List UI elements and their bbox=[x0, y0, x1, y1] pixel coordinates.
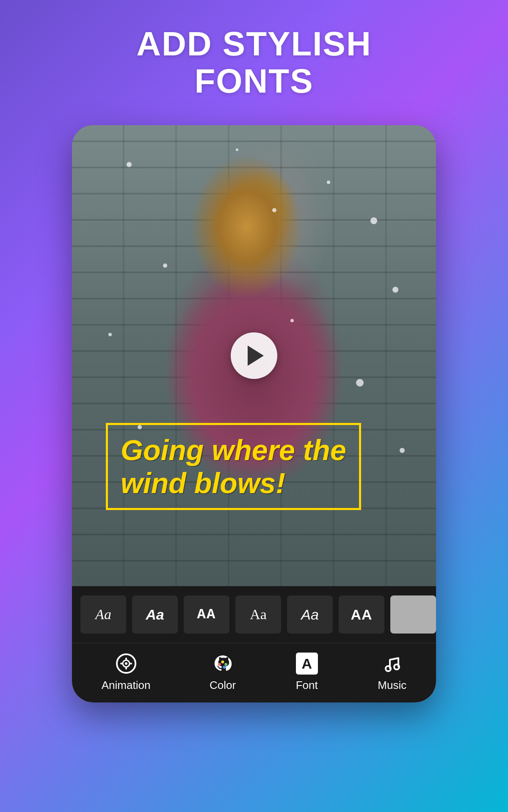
font-tile-label-3: AA bbox=[197, 606, 216, 623]
svg-point-6 bbox=[125, 662, 127, 665]
svg-point-11 bbox=[386, 666, 391, 671]
title-line1: ADD STYLISH bbox=[136, 25, 371, 63]
play-icon bbox=[248, 346, 264, 366]
svg-point-12 bbox=[394, 664, 399, 669]
play-button[interactable] bbox=[231, 332, 277, 379]
font-tile-color[interactable] bbox=[390, 595, 436, 634]
font-tile-6[interactable]: AA bbox=[339, 595, 384, 634]
nav-item-color[interactable]: Color bbox=[210, 652, 236, 692]
page-title: ADD STYLISH FONTS bbox=[136, 25, 371, 100]
svg-rect-5 bbox=[125, 667, 127, 669]
font-tile-1[interactable]: Aa bbox=[80, 595, 126, 634]
svg-point-7 bbox=[218, 663, 221, 666]
text-overlay-container: Going where the wind blows! bbox=[106, 423, 411, 510]
svg-rect-3 bbox=[130, 663, 132, 664]
svg-point-8 bbox=[221, 661, 224, 664]
bottom-navigation: Animation Color A Font bbox=[72, 643, 436, 702]
music-icon bbox=[380, 652, 404, 675]
video-preview[interactable]: Going where the wind blows! bbox=[72, 125, 436, 586]
font-tile-label-6: AA bbox=[351, 606, 372, 623]
color-label: Color bbox=[210, 679, 236, 692]
font-tile-label-5: Aa bbox=[301, 606, 319, 623]
overlay-text-line1: Going where the bbox=[121, 434, 346, 466]
font-tile-label-2: Aa bbox=[146, 606, 164, 623]
nav-item-music[interactable]: Music bbox=[378, 652, 406, 692]
phone-frame: Going where the wind blows! Aa Aa AA Aa … bbox=[72, 125, 436, 702]
font-a-box: A bbox=[296, 653, 318, 675]
music-label: Music bbox=[378, 679, 406, 692]
font-tile-label-1: Aa bbox=[95, 606, 111, 623]
font-tile-3[interactable]: AA bbox=[184, 595, 229, 634]
font-tile-5[interactable]: Aa bbox=[287, 595, 333, 634]
font-tile-2[interactable]: Aa bbox=[132, 595, 178, 634]
styled-text-box: Going where the wind blows! bbox=[106, 423, 361, 510]
animation-label: Animation bbox=[102, 679, 151, 692]
svg-point-10 bbox=[223, 666, 226, 669]
font-selector-strip: Aa Aa AA Aa Aa AA bbox=[72, 586, 436, 643]
svg-point-9 bbox=[224, 663, 227, 666]
svg-rect-2 bbox=[120, 663, 123, 664]
font-tile-4[interactable]: Aa bbox=[235, 595, 281, 634]
nav-item-font[interactable]: A Font bbox=[295, 652, 319, 692]
overlay-text-line2: wind blows! bbox=[121, 467, 285, 499]
animation-icon bbox=[114, 652, 138, 675]
font-a-letter: A bbox=[301, 656, 312, 672]
color-icon bbox=[211, 652, 235, 675]
nav-item-animation[interactable]: Animation bbox=[102, 652, 151, 692]
font-nav-icon: A bbox=[295, 652, 319, 675]
font-label: Font bbox=[296, 679, 318, 692]
font-tile-label-4: Aa bbox=[250, 606, 267, 623]
title-line2: FONTS bbox=[194, 62, 313, 100]
overlay-text: Going where the wind blows! bbox=[121, 433, 346, 499]
svg-rect-4 bbox=[125, 658, 127, 660]
